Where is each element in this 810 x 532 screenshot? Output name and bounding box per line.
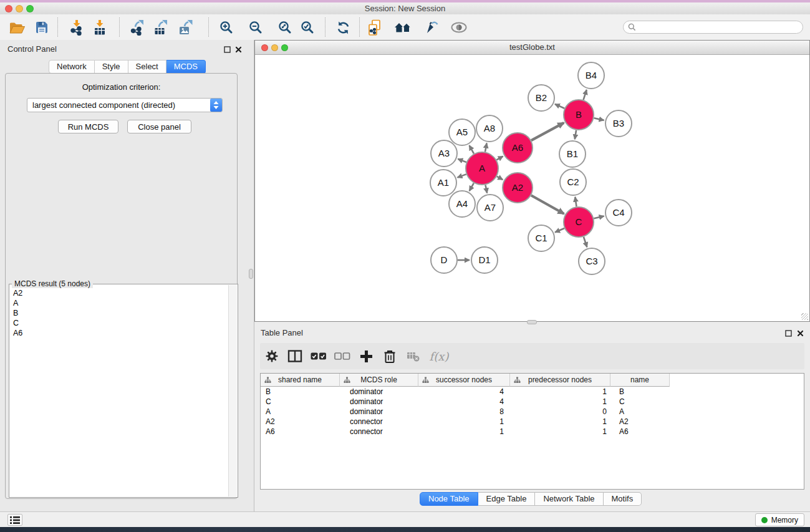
zoom-in-icon[interactable] (216, 17, 237, 38)
tab-mcds[interactable]: MCDS (166, 60, 206, 74)
memory-button[interactable]: Memory (755, 513, 804, 526)
optimization-criterion-select[interactable]: largest connected component (directed) (27, 98, 223, 112)
minimize-traffic-light[interactable] (271, 44, 278, 51)
mcds-result-item[interactable]: C (13, 318, 228, 328)
table-cell[interactable]: 1 (510, 387, 610, 397)
edge-B-B4[interactable] (584, 90, 587, 100)
mcds-result-item[interactable]: A (13, 298, 228, 308)
import-table-icon[interactable] (89, 17, 110, 38)
close-panel-icon[interactable] (796, 329, 804, 337)
column-header-name[interactable]: name (610, 374, 670, 387)
export-image-icon[interactable] (176, 17, 197, 38)
tab-motifs[interactable]: Motifs (604, 492, 642, 506)
vertical-splitter-grip[interactable] (249, 269, 253, 279)
zoom-out-icon[interactable] (245, 17, 266, 38)
table-cell[interactable]: dominator (340, 387, 418, 397)
search-field[interactable] (623, 21, 803, 34)
edge-A-A3[interactable] (458, 159, 466, 162)
save-session-icon[interactable] (31, 17, 52, 38)
table-cell[interactable]: connector (340, 417, 418, 427)
settings-gear-icon[interactable] (262, 346, 282, 366)
edge-B-B2[interactable] (555, 104, 564, 109)
mcds-result-item[interactable]: B (13, 308, 228, 318)
edge-B-B1[interactable] (575, 130, 576, 140)
edge-A-A1[interactable] (458, 174, 466, 177)
clone-network-icon[interactable] (364, 17, 385, 38)
network-canvas[interactable]: B4B2BB3A8A5A6A3B1AA1C2A2A4A7C4CC1DD1C3 (255, 55, 809, 321)
edge-C-C2[interactable] (575, 197, 576, 206)
edge-C-C3[interactable] (584, 237, 587, 248)
apply-layout-icon[interactable] (332, 17, 354, 38)
table-cell[interactable]: 1 (418, 417, 510, 427)
horizontal-splitter-grip[interactable] (527, 320, 537, 324)
deselect-all-icon[interactable] (332, 346, 352, 366)
delete-table-icon[interactable] (403, 346, 423, 366)
zoom-fit-icon[interactable] (274, 17, 296, 38)
maximize-traffic-light[interactable] (281, 44, 288, 51)
table-cell[interactable]: dominator (340, 407, 418, 417)
mcds-result-item[interactable]: A2 (13, 288, 228, 298)
close-panel-icon[interactable] (234, 45, 243, 54)
tab-network[interactable]: Network (49, 60, 95, 74)
edge-B-B3[interactable] (594, 118, 604, 120)
edge-A-A2[interactable] (497, 177, 503, 180)
add-row-icon[interactable] (356, 346, 376, 366)
table-cell[interactable]: 1 (418, 427, 510, 437)
task-history-icon[interactable] (7, 514, 22, 526)
zoom-selected-icon[interactable] (297, 17, 318, 38)
edge-A-A4[interactable] (470, 183, 474, 191)
table-cell[interactable]: A (261, 407, 340, 417)
edge-A-A7[interactable] (485, 185, 487, 193)
column-header-mcds-role[interactable]: MCDS role (340, 374, 418, 387)
export-table-icon[interactable] (151, 17, 172, 38)
tab-edge-table[interactable]: Edge Table (478, 492, 536, 506)
table-cell[interactable]: A2 (261, 417, 340, 427)
float-panel-icon[interactable] (223, 45, 231, 54)
run-mcds-button[interactable]: Run MCDS (58, 120, 118, 133)
float-panel-icon[interactable] (784, 329, 793, 337)
mcds-result-item[interactable]: A6 (13, 328, 228, 338)
table-cell[interactable]: 1 (510, 397, 610, 407)
table-cell[interactable]: dominator (340, 397, 418, 407)
table-cell[interactable]: 0 (510, 407, 610, 417)
table-cell[interactable]: 8 (418, 407, 510, 417)
close-panel-button[interactable]: Close panel (127, 120, 191, 133)
home-icon[interactable] (393, 17, 414, 38)
edge-A-A8[interactable] (485, 143, 487, 152)
table-cell[interactable]: 1 (510, 427, 610, 437)
table-cell[interactable]: B (610, 387, 670, 397)
table-cell[interactable]: A6 (261, 427, 340, 437)
show-column-icon[interactable] (285, 346, 305, 366)
delete-row-icon[interactable] (380, 346, 400, 366)
column-header-predecessor-nodes[interactable]: predecessor nodes (510, 374, 610, 387)
edge-A6-B[interactable] (531, 123, 564, 140)
column-header-successor-nodes[interactable]: successor nodes (418, 374, 510, 387)
edge-C-C4[interactable] (594, 216, 604, 218)
tab-node-table[interactable]: Node Table (420, 492, 478, 506)
function-builder-icon[interactable]: f(x) (426, 346, 452, 366)
column-header-shared-name[interactable]: shared name (261, 374, 340, 387)
table-cell[interactable]: connector (340, 427, 418, 437)
search-input[interactable] (639, 21, 803, 33)
edge-A2-C[interactable] (531, 195, 564, 214)
tab-select[interactable]: Select (128, 60, 166, 74)
table-cell[interactable]: C (261, 397, 340, 407)
table-cell[interactable]: B (261, 387, 340, 397)
tab-network-table[interactable]: Network Table (535, 492, 603, 506)
minimize-traffic-light[interactable] (16, 5, 23, 12)
window-resize-grip[interactable] (801, 313, 808, 320)
table-cell[interactable]: A2 (610, 417, 670, 427)
edge-C-C1[interactable] (555, 228, 564, 233)
table-cell[interactable]: 4 (418, 397, 510, 407)
close-traffic-light[interactable] (5, 5, 12, 12)
edge-A-A6[interactable] (496, 157, 503, 160)
close-traffic-light[interactable] (261, 44, 268, 51)
mcds-result-scrollbar[interactable] (228, 285, 237, 496)
export-network-icon[interactable] (127, 17, 148, 38)
table-cell[interactable]: 1 (510, 417, 610, 427)
edge-A-A5[interactable] (470, 145, 474, 153)
show-hide-annotations-icon[interactable] (421, 17, 442, 38)
maximize-traffic-light[interactable] (26, 5, 34, 12)
open-session-icon[interactable] (6, 17, 27, 38)
table-cell[interactable]: 4 (418, 387, 510, 397)
